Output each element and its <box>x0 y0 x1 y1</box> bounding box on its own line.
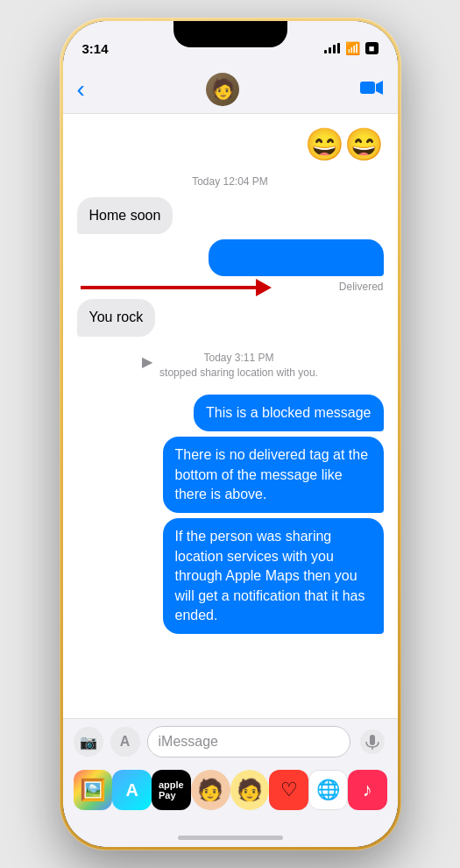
phone-inner: 3:14 📶 ■ ‹ 🧑 <box>63 21 398 847</box>
screen: 3:14 📶 ■ ‹ 🧑 <box>63 21 398 847</box>
input-row: 📷 A iMessage <box>74 726 387 758</box>
input-bar: 📷 A iMessage <box>63 718 398 765</box>
status-bar: 3:14 📶 ■ <box>63 21 398 65</box>
bubble-received: Home soon <box>77 197 173 234</box>
video-call-button[interactable] <box>360 78 383 101</box>
status-icons: 📶 ■ <box>324 41 379 55</box>
audio-button[interactable] <box>357 727 387 757</box>
svg-rect-3 <box>370 735 375 745</box>
bubble-no-delivered: There is no delivered tag at the bottom … <box>163 437 384 513</box>
message-row: Home soon <box>63 195 398 237</box>
dock: 🖼️ A applePay 🧑 🧑 ♡ 🌐 <box>63 765 398 828</box>
photos-icon: 🖼️ <box>80 778 106 802</box>
phone-frame: 3:14 📶 ■ ‹ 🧑 <box>60 18 401 850</box>
dock-heart[interactable]: ♡ <box>269 770 308 810</box>
dock-music[interactable]: ♪ <box>348 770 387 810</box>
nav-bar: ‹ 🧑 <box>63 65 398 114</box>
home-indicator <box>63 828 398 847</box>
contact-avatar: 🧑 <box>206 73 239 106</box>
messages-area: 😄😄 Today 12:04 PM Home soon <box>63 114 398 718</box>
globe-icon: 🌐 <box>316 779 340 801</box>
home-bar <box>178 836 283 840</box>
message-row: You rock <box>63 296 398 338</box>
bubble-text: If the person was sharing location servi… <box>175 529 365 623</box>
input-placeholder: iMessage <box>159 734 218 750</box>
contact-header[interactable]: 🧑 <box>206 73 239 106</box>
bubble-text: This is a blocked message <box>206 405 372 420</box>
message-row: If the person was sharing location servi… <box>63 516 398 637</box>
dock-memoji1[interactable]: 🧑 <box>191 770 230 810</box>
system-text: stopped sharing location with you. <box>159 366 318 379</box>
music-icon: ♪ <box>363 779 372 801</box>
heart-icon: ♡ <box>280 779 298 801</box>
bubble-sent-empty <box>209 239 384 276</box>
dock-applepay[interactable]: applePay <box>152 770 191 810</box>
bubble-location: If the person was sharing location servi… <box>163 518 384 634</box>
bubble-text: There is no delivered tag at the bottom … <box>175 447 369 502</box>
delivered-row: Delivered <box>63 279 398 296</box>
wifi-icon: 📶 <box>345 41 360 55</box>
dock-globe[interactable]: 🌐 <box>308 770 348 810</box>
back-button[interactable]: ‹ <box>77 75 85 103</box>
timestamp-1: Today 12:04 PM <box>63 168 398 195</box>
apps-icon: A <box>120 734 131 750</box>
message-row-sent <box>63 237 398 279</box>
message-row: This is a blocked message <box>63 392 398 434</box>
bubble-text: You rock <box>89 309 144 324</box>
camera-icon: 📷 <box>80 734 97 751</box>
arrow-line <box>81 286 256 289</box>
svg-marker-1 <box>376 81 383 95</box>
message-input-field[interactable]: iMessage <box>147 726 350 758</box>
dock-photos[interactable]: 🖼️ <box>74 770 113 810</box>
arrow-head <box>256 279 272 296</box>
dock-appstore[interactable]: A <box>112 770 152 810</box>
bubble-text: Home soon <box>89 208 161 223</box>
applepay-icon: applePay <box>159 779 184 800</box>
appstore-icon: A <box>125 780 138 800</box>
emoji-row: 😄😄 <box>63 121 398 168</box>
delivered-label: Delivered <box>339 281 384 293</box>
message-row: There is no delivered tag at the bottom … <box>63 434 398 516</box>
red-arrow <box>81 279 272 296</box>
memoji2-icon: 🧑 <box>237 778 263 802</box>
emoji-message: 😄😄 <box>305 126 384 163</box>
battery-icon: ■ <box>365 42 379 54</box>
system-message: ▶ Today 3:11 PM stopped sharing location… <box>128 346 332 385</box>
signal-icon <box>324 43 340 53</box>
notch <box>173 21 287 47</box>
dock-memoji2[interactable]: 🧑 <box>230 770 270 810</box>
memoji1-icon: 🧑 <box>197 778 223 802</box>
svg-rect-0 <box>360 82 375 94</box>
apps-button[interactable]: A <box>110 727 140 757</box>
camera-button[interactable]: 📷 <box>74 727 103 757</box>
bubble-received-2: You rock <box>77 299 156 336</box>
bubble-blocked: This is a blocked message <box>194 395 384 431</box>
timestamp-2: Today 3:11 PM <box>159 352 318 364</box>
status-time: 3:14 <box>82 41 109 56</box>
location-icon: ▶ <box>142 353 152 370</box>
